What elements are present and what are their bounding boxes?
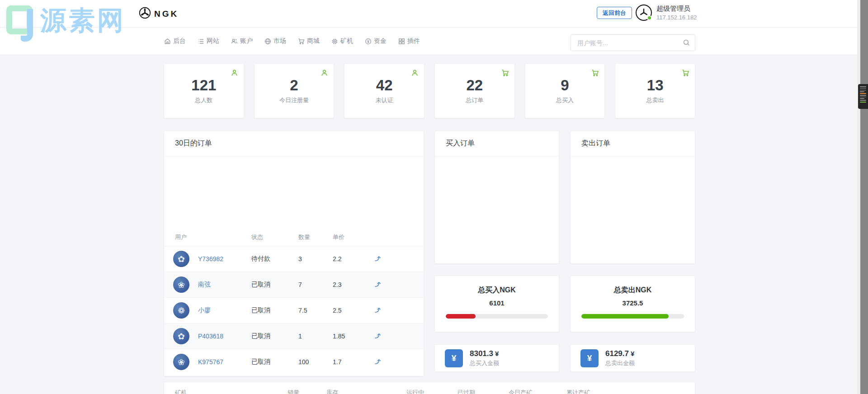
chip-icon	[331, 38, 338, 45]
cart-icon	[591, 69, 599, 79]
online-status-dot	[647, 15, 652, 20]
table-row: ✿Y736982 待付款 3 2.2	[164, 246, 424, 272]
avatar: ✿	[173, 328, 189, 344]
order-status: 已取消	[251, 332, 298, 340]
globe-icon	[264, 38, 271, 45]
user-link[interactable]: 南弦	[198, 281, 211, 289]
content-area: 121 总人数 2 今日注册量 42 未认证 22 总订单 9 总买入	[0, 55, 868, 394]
order-price: 1.7	[333, 358, 372, 366]
nav-item-accounts[interactable]: 账户	[231, 37, 253, 45]
panel-title: 30日的订单	[164, 131, 424, 156]
nav-item-backend[interactable]: 后台	[164, 37, 186, 45]
miners-panel: 矿机 销量 库存 运行中 已过期 今日产矿 累计产矿	[164, 382, 695, 394]
stat-card-total-users: 121 总人数	[164, 63, 244, 118]
panel-title: 卖出订单	[571, 131, 695, 156]
home-icon	[164, 38, 171, 45]
brand: NGK	[139, 0, 179, 28]
top-bar: NGK 返回前台 超级管理员 117.152.16.182	[0, 0, 868, 28]
avatar: ❀	[173, 354, 189, 370]
cart-icon	[501, 69, 509, 79]
stat-card-today-registered: 2 今日注册量	[254, 63, 335, 118]
goto-order-icon[interactable]	[372, 357, 382, 366]
sell-progress-bar	[581, 314, 684, 319]
stat-card-total-buys: 9 总买入	[525, 63, 605, 118]
table-row: ❀南弦 已取消 7 2.3	[164, 272, 424, 297]
orders-chart-area	[164, 156, 424, 229]
order-price: 2.2	[333, 255, 372, 263]
cart-icon	[298, 38, 305, 45]
order-qty: 7.5	[298, 307, 333, 314]
user-search-box	[571, 34, 695, 51]
ngk-logo-icon	[139, 7, 151, 21]
user-icon	[321, 69, 328, 79]
coin-icon	[365, 38, 372, 45]
search-icon[interactable]	[683, 39, 690, 48]
buy-orders-panel: 买入订单	[434, 131, 559, 264]
order-qty: 3	[298, 255, 333, 263]
back-to-front-button[interactable]: 返回前台	[597, 7, 632, 19]
goto-order-icon[interactable]	[372, 306, 382, 315]
goto-order-icon[interactable]	[372, 254, 382, 263]
nav-item-mall[interactable]: 商城	[298, 37, 320, 45]
avatar: ✿	[173, 251, 189, 267]
admin-ip: 117.152.16.182	[656, 14, 697, 21]
miners-table-header: 矿机 销量 库存 运行中 已过期 今日产矿 累计产矿	[164, 382, 695, 394]
yen-icon: ¥	[580, 349, 599, 367]
avatar: ❀	[173, 277, 189, 293]
nav-item-funds[interactable]: 资金	[365, 37, 387, 45]
user-icon	[231, 69, 238, 79]
order-status: 已取消	[251, 358, 298, 366]
users-icon	[231, 38, 238, 45]
nav-bar: 后台 网站 账户 市场 商城 矿机	[0, 28, 868, 55]
table-row: ❀K975767 已取消 100 1.7	[164, 349, 424, 375]
order-price: 1.85	[333, 333, 372, 340]
order-price: 2.5	[333, 307, 372, 314]
user-link[interactable]: Y736982	[198, 255, 223, 263]
total-sell-ngk-card: 总卖出NGK 3725.5	[570, 276, 695, 332]
orders-table-header: 用户 状态 数量 单价	[164, 229, 424, 246]
order-qty: 1	[298, 333, 333, 340]
user-link[interactable]: K975767	[198, 358, 223, 366]
goto-order-icon[interactable]	[372, 332, 382, 341]
table-row: ✿P403618 已取消 1 1.85	[164, 323, 424, 349]
stat-card-total-sells: 13 总卖出	[615, 63, 695, 118]
order-qty: 100	[298, 358, 333, 366]
minimap-widget[interactable]	[858, 84, 868, 109]
admin-avatar[interactable]	[636, 5, 652, 21]
avatar: ❁	[173, 302, 189, 319]
order-status: 已取消	[251, 306, 298, 314]
admin-info[interactable]: 超级管理员 117.152.16.182	[636, 5, 697, 21]
admin-name: 超级管理员	[656, 5, 697, 13]
cart-icon	[682, 69, 689, 79]
order-status: 待付款	[251, 255, 298, 263]
stat-card-total-orders: 22 总订单	[434, 63, 515, 118]
yen-icon: ¥	[445, 349, 463, 367]
page-edge-gutter	[857, 0, 860, 394]
order-price: 2.3	[333, 281, 372, 288]
table-row: ❁小廖 已取消 7.5 2.5	[164, 297, 424, 323]
admin-dashboard: NGK 返回前台 超级管理员 117.152.16.182 后台	[0, 0, 868, 394]
stats-row: 121 总人数 2 今日注册量 42 未认证 22 总订单 9 总买入	[164, 63, 695, 118]
total-buy-ngk-card: 总买入NGK 6101	[434, 276, 559, 332]
buy-amount-card: ¥ 8301.3¥ 总买入金额	[434, 344, 559, 372]
order-status: 已取消	[251, 281, 298, 289]
orders-30d-panel: 30日的订单 用户 状态 数量 单价 ✿Y736982 待付款 3 2.2 ❀南…	[164, 131, 424, 376]
nav-item-plugins[interactable]: 插件	[398, 37, 420, 45]
panel-title: 买入订单	[435, 131, 559, 156]
brand-name: NGK	[154, 9, 179, 19]
nav-item-website[interactable]: 网站	[198, 37, 219, 45]
sell-orders-panel: 卖出订单	[570, 131, 695, 264]
goto-order-icon[interactable]	[372, 280, 382, 289]
grid-icon	[398, 38, 405, 45]
sell-amount-card: ¥ 6129.7¥ 总卖出金额	[570, 344, 695, 372]
user-icon	[411, 69, 419, 79]
user-link[interactable]: 小廖	[198, 306, 211, 314]
user-link[interactable]: P403618	[198, 333, 223, 340]
user-search-input[interactable]	[571, 35, 695, 51]
buy-progress-bar	[446, 314, 548, 319]
nav-item-miners[interactable]: 矿机	[331, 37, 353, 45]
nav-item-market[interactable]: 市场	[264, 37, 286, 45]
scrollbar[interactable]	[860, 0, 868, 394]
order-qty: 7	[298, 281, 333, 288]
list-icon	[198, 38, 204, 45]
